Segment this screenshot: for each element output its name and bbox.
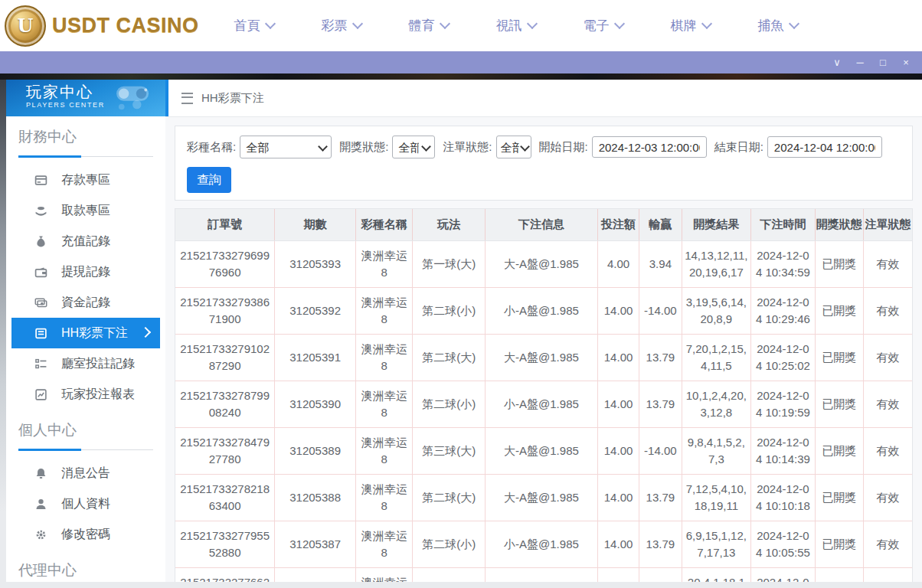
table-cell: 小-A盤@1.985 xyxy=(485,381,597,428)
table-cell: 7,12,5,4,10,18,19,11 xyxy=(682,475,751,521)
table-cell: 31205393 xyxy=(275,241,356,288)
sidebar-menu: 財務中心存款專區取款專區充值記錄提現記錄資金記錄HH彩票下注廳室投註記錄玩家投注… xyxy=(6,127,165,582)
table-cell: 有效 xyxy=(864,428,912,475)
table-cell: 大-A盤@1.985 xyxy=(485,475,597,521)
table-row: 215217332784792778031205389澳洲幸运8第三球(大)大-… xyxy=(175,428,912,475)
sidebar-item-label: 充值記錄 xyxy=(61,234,110,250)
table-cell: 31205391 xyxy=(275,335,356,381)
lottery-select[interactable]: 全部 xyxy=(240,136,332,158)
nav-item-lottery[interactable]: 彩票 xyxy=(322,17,361,34)
sidebar-item-hh-lottery-bets[interactable]: HH彩票下注 xyxy=(11,318,160,348)
sidebar-item-profile[interactable]: 個人資料 xyxy=(11,488,160,519)
table-cell: 2024-12-04 10:01:02 xyxy=(751,568,816,583)
table-cell: 第二球(小) xyxy=(413,381,486,428)
table-cell: 小-A盤@1.985 xyxy=(485,521,597,568)
close-button[interactable]: × xyxy=(894,51,917,74)
window-title-bar: ∨─□× xyxy=(0,51,922,74)
table-cell: 已開獎 xyxy=(815,288,863,335)
table-cell: 6,9,15,1,12,7,17,13 xyxy=(682,521,751,568)
query-button[interactable]: 查詢 xyxy=(187,167,231,193)
table-cell: 2152173327821863400 xyxy=(175,475,275,521)
sidebar-item-funds-records[interactable]: 資金記錄 xyxy=(11,287,160,318)
maximize-button[interactable]: □ xyxy=(871,51,894,74)
table-cell: 14.00 xyxy=(597,521,639,568)
gear-icon xyxy=(34,528,47,541)
profile-icon xyxy=(34,498,47,511)
table-cell: 9,8,4,1,5,2,7,3 xyxy=(682,428,751,475)
table-cell: 31205392 xyxy=(275,288,356,335)
sidebar-item-change-password[interactable]: 修改密碼 xyxy=(11,519,160,550)
table-cell: 第一球(大) xyxy=(413,241,486,288)
table-cell: 4.00 xyxy=(597,241,639,288)
sidebar-item-withdraw[interactable]: 取款專區 xyxy=(11,195,160,226)
table-cell: 2152173327910287290 xyxy=(175,335,275,381)
sidebar-section-title: 財務中心 xyxy=(18,127,153,157)
column-header: 下注信息 xyxy=(485,209,597,241)
table-cell: 2024-12-04 10:10:18 xyxy=(751,475,816,521)
table-cell: 第二球(大) xyxy=(413,568,486,583)
start-date-input[interactable] xyxy=(592,136,707,158)
table-cell: 第二球(小) xyxy=(413,288,486,335)
minimize-button[interactable]: ─ xyxy=(848,51,871,74)
chevron-down-icon xyxy=(788,18,799,29)
nav-item-fishing[interactable]: 捕魚 xyxy=(758,17,798,34)
sidebar-item-withdrawal-records[interactable]: 提現記錄 xyxy=(11,256,160,287)
table-row: 215217332791028729031205391澳洲幸运8第二球(大)大-… xyxy=(175,335,912,381)
sidebar-item-announcements[interactable]: 消息公告 xyxy=(11,458,160,488)
sidebar-section: 個人中心消息公告個人資料修改密碼 xyxy=(6,420,165,550)
table-cell: 10,1,2,4,20,3,12,8 xyxy=(682,381,751,428)
table-cell: 2152173327847927780 xyxy=(175,428,275,475)
bets-table: 訂單號期數彩種名稱玩法下注信息投注額輸贏開獎結果下注時間開獎狀態注單狀態 215… xyxy=(175,209,912,582)
table-row: 215217332796997696031205393澳洲幸运8第一球(大)大-… xyxy=(175,241,912,288)
table-cell: 澳洲幸运8 xyxy=(355,475,412,521)
sidebar-item-recharge-records[interactable]: 充值記錄 xyxy=(11,226,160,256)
table-cell: 31205388 xyxy=(275,475,356,521)
end-date-input[interactable] xyxy=(767,136,882,158)
nav-item-label: 捕魚 xyxy=(758,17,784,34)
banner-strip xyxy=(0,74,922,80)
bets-table-panel: 訂單號期數彩種名稱玩法下注信息投注額輸贏開獎結果下注時間開獎狀態注單狀態 215… xyxy=(175,208,913,582)
chevron-down-icon xyxy=(526,18,537,29)
main-content: HH彩票下注 彩種名稱: 全部 開獎狀態: 全部 注單狀態: 全部 xyxy=(165,80,922,582)
draw-status-select[interactable]: 全部 xyxy=(392,136,435,158)
table-cell: 2024-12-04 10:05:55 xyxy=(751,521,816,568)
table-cell: 3,19,5,6,14,20,8,9 xyxy=(682,288,751,335)
table-cell: -14.00 xyxy=(639,568,682,583)
table-cell: 14.00 xyxy=(597,335,639,381)
nav-item-video[interactable]: 視訊 xyxy=(496,17,536,34)
sidebar-item-player-bet-report[interactable]: 玩家投注報表 xyxy=(11,379,160,410)
nav-item-home[interactable]: 首頁 xyxy=(234,17,274,34)
nav-item-sports[interactable]: 體育 xyxy=(409,17,449,34)
start-date-label: 開始日期: xyxy=(539,140,588,155)
table-row: 215217332793867190031205392澳洲幸运8第二球(小)小-… xyxy=(175,288,912,335)
table-cell: 31205389 xyxy=(275,428,356,475)
table-cell: 3.94 xyxy=(639,241,682,288)
expand-button[interactable]: ∨ xyxy=(826,51,848,74)
nav-item-chess[interactable]: 棋牌 xyxy=(671,17,711,34)
chevron-down-icon xyxy=(351,18,362,29)
table-cell: 14.00 xyxy=(597,428,639,475)
column-header: 開獎狀態 xyxy=(815,209,863,241)
menu-icon[interactable] xyxy=(181,93,193,104)
funds-icon xyxy=(34,296,47,309)
table-cell: 有效 xyxy=(864,381,912,428)
window-controls: ∨─□× xyxy=(826,51,917,74)
chevron-down-icon xyxy=(701,18,711,29)
table-cell: 已開獎 xyxy=(815,381,863,428)
table-cell: 第二球(大) xyxy=(413,335,486,381)
sidebar-banner: 玩家中心 PLAYERS CENTER xyxy=(6,80,165,116)
table-cell: -14.00 xyxy=(639,288,682,335)
table-cell: 澳洲幸运8 xyxy=(355,335,412,381)
sidebar-item-deposit[interactable]: 存款專區 xyxy=(11,165,160,195)
table-cell: 大-A盤@1.985 xyxy=(485,335,597,381)
sidebar-item-label: 存款專區 xyxy=(61,172,110,188)
sidebar-section-title: 代理中心 xyxy=(18,560,153,582)
order-status-select[interactable]: 全部 xyxy=(496,136,531,158)
lottery-bets-icon xyxy=(34,327,47,340)
table-cell: 澳洲幸运8 xyxy=(355,381,412,428)
room-records-icon xyxy=(34,358,47,371)
nav-item-electronic[interactable]: 電子 xyxy=(584,17,623,34)
sidebar-item-room-bet-records[interactable]: 廳室投註記錄 xyxy=(11,348,160,379)
table-cell: 第二球(大) xyxy=(413,475,486,521)
table-cell: 已開獎 xyxy=(815,568,863,583)
